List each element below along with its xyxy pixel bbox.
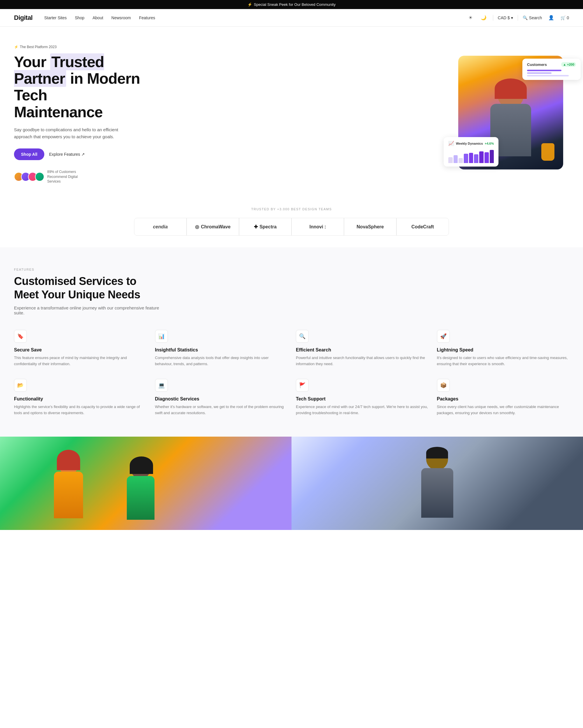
avatar-group	[14, 172, 44, 181]
brand-cendia: cendia	[134, 218, 187, 236]
hero-content: ⚡ The Best Platform 2023 Your Trusted Pa…	[14, 44, 154, 184]
shop-all-button[interactable]: Shop All	[14, 149, 44, 160]
nav-link-features[interactable]: Features	[139, 16, 155, 20]
nav-links: Starter Sites Shop About Newsroom Featur…	[44, 15, 467, 20]
nav-logo[interactable]: Digital	[14, 14, 33, 22]
trusted-section: TRUSTED BY +3.000 BEST DESIGN TEAMS cend…	[0, 202, 583, 247]
search-icon: 🔍	[523, 16, 528, 20]
weekly-badge: +4.6%	[485, 142, 494, 145]
nav-link-about[interactable]: About	[92, 16, 103, 20]
progress-bar-3	[527, 75, 569, 76]
cart-icon: 🛒	[560, 16, 565, 20]
nav-link-shop[interactable]: Shop	[75, 16, 85, 20]
currency-selector[interactable]: CAD $ ▾	[498, 16, 513, 20]
features-grid: 🔖 Secure Save This feature ensures peace…	[14, 330, 569, 416]
insightful-stats-icon: 📊	[155, 330, 168, 343]
account-button[interactable]: 👤	[547, 14, 556, 22]
cendia-label: cendia	[153, 224, 168, 230]
hero-description: Say goodbye to complications and hello t…	[14, 126, 136, 140]
explore-features-button[interactable]: Explore Features ↗	[49, 152, 85, 157]
secure-save-desc: This feature ensures peace of mind by ma…	[14, 355, 146, 367]
nav-link-starter-sites[interactable]: Starter Sites	[44, 16, 67, 20]
features-tag: FEATURES	[14, 268, 569, 271]
nav-link-newsroom[interactable]: Newsroom	[111, 16, 131, 20]
hero-title-line1: Your	[14, 53, 50, 70]
brand-novasphere: NovaSphere	[344, 218, 396, 236]
spectra-icon: ✚	[254, 224, 258, 230]
brand-codecraft: CodeCraft	[396, 218, 449, 236]
bottom-images-section	[0, 437, 583, 530]
nav-divider-2	[518, 15, 518, 21]
moon-icon-button[interactable]: 🌙	[479, 14, 488, 22]
packages-title: Packages	[437, 396, 569, 401]
feature-tech-support: 🚩 Tech Support Experience peace of mind …	[296, 379, 428, 416]
packages-desc: Since every client has unique needs, we …	[437, 404, 569, 416]
bottom-image-right	[292, 437, 583, 530]
chromawave-label: ChromaWave	[201, 224, 230, 230]
weekly-dynamics-card: 📈 Weekly Dynamics +4.6%	[444, 137, 498, 166]
secure-save-icon: 🔖	[14, 330, 27, 343]
tech-support-icon: 🚩	[296, 379, 309, 392]
tech-support-title: Tech Support	[296, 396, 428, 401]
feature-lightning-speed: 🚀 Lightning Speed It's designed to cater…	[437, 330, 569, 367]
feature-diagnostic: 💻 Diagnostic Services Whether it's hardw…	[155, 379, 287, 416]
nav-actions: ☀ 🌙 CAD $ ▾ 🔍 Search 👤 🛒 0	[467, 14, 569, 22]
diagnostic-desc: Whether it's hardware or software, we ge…	[155, 404, 287, 416]
bar-2	[453, 155, 458, 163]
badge-bolt-icon: ⚡	[14, 45, 18, 49]
navbar: Digital Starter Sites Shop About Newsroo…	[0, 9, 583, 27]
hero-badge: ⚡ The Best Platform 2023	[14, 45, 57, 49]
mini-bar-chart	[448, 149, 494, 163]
chromawave-icon: ◎	[195, 224, 199, 230]
customers-float-card: Customers ▲ +200	[522, 59, 581, 80]
social-proof: 89% of Customers Recommend Digital Servi…	[14, 170, 154, 184]
secure-save-title: Secure Save	[14, 347, 146, 353]
features-description: Experience a transformative online journ…	[14, 305, 160, 315]
functionality-desc: Highlights the service's flexibility and…	[14, 404, 146, 416]
up-arrow-icon: ▲	[563, 63, 567, 66]
customers-card-badge: ▲ +200	[561, 62, 576, 67]
avatar	[35, 172, 44, 181]
bar-9	[490, 150, 494, 163]
customers-progress-bars	[527, 70, 576, 76]
bar-6	[474, 154, 478, 163]
insightful-stats-desc: Comprehensive data analysis tools that o…	[155, 355, 287, 367]
nav-divider	[493, 15, 493, 21]
hero-buttons: Shop All Explore Features ↗	[14, 149, 154, 160]
currency-label: CAD $	[498, 16, 510, 20]
tech-support-desc: Experience peace of mind with our 24/7 t…	[296, 404, 428, 416]
search-button[interactable]: 🔍 Search	[523, 16, 542, 20]
diagnostic-title: Diagnostic Services	[155, 396, 287, 401]
efficient-search-icon: 🔍	[296, 330, 309, 343]
feature-secure-save: 🔖 Secure Save This feature ensures peace…	[14, 330, 146, 367]
hero-image-area: Customers ▲ +200 📈 Weekly Dynamics	[154, 56, 569, 172]
functionality-icon: 📂	[14, 379, 27, 392]
announcement-bar: ⚡ Special Sneak Peek for Our Beloved Com…	[0, 0, 583, 9]
feature-efficient-search: 🔍 Efficient Search Powerful and intuitiv…	[296, 330, 428, 367]
progress-bar-2	[527, 72, 552, 74]
insightful-stats-title: Insightful Statistics	[155, 347, 287, 353]
feature-insightful-stats: 📊 Insightful Statistics Comprehensive da…	[155, 330, 287, 367]
packages-icon: 📦	[437, 379, 450, 392]
trusted-label: TRUSTED BY +3.000 BEST DESIGN TEAMS	[14, 207, 569, 211]
cart-button[interactable]: 🛒 0	[560, 16, 569, 20]
bar-1	[448, 157, 453, 163]
feature-functionality: 📂 Functionality Highlights the service's…	[14, 379, 146, 416]
novasphere-label: NovaSphere	[357, 224, 384, 230]
bolt-icon: ⚡	[248, 2, 252, 7]
hero-title: Your Trusted Partner in Modern Tech Main…	[14, 54, 154, 121]
brand-logos: cendia ◎ ChromaWave ✚ Spectra Innovi : N…	[14, 218, 569, 236]
bar-4	[464, 154, 468, 163]
features-section: FEATURES Customised Services to Meet You…	[0, 247, 583, 436]
diagnostic-icon: 💻	[155, 379, 168, 392]
functionality-title: Functionality	[14, 396, 146, 401]
cart-count: 0	[567, 16, 569, 20]
lightning-speed-icon: 🚀	[437, 330, 450, 343]
bar-5	[469, 153, 473, 163]
customers-card-title: Customers	[527, 62, 547, 67]
sun-icon-button[interactable]: ☀	[467, 14, 474, 22]
search-label: Search	[529, 16, 542, 20]
efficient-search-desc: Powerful and intuitive search functional…	[296, 355, 428, 367]
hero-section: ⚡ The Best Platform 2023 Your Trusted Pa…	[0, 27, 583, 202]
progress-bar-1	[527, 70, 561, 71]
